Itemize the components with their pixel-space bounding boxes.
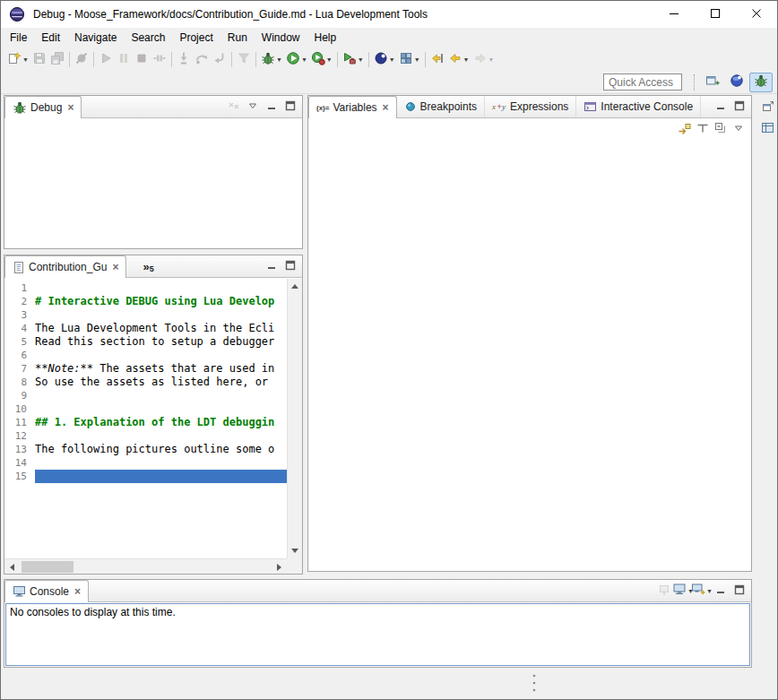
menu-navigate[interactable]: Navigate [67, 29, 124, 47]
editor-line-10[interactable]: 10 [4, 402, 287, 416]
scroll-up-button[interactable] [287, 279, 302, 294]
minimize-icon [715, 584, 726, 598]
pin-console-icon [657, 583, 671, 600]
variables-view-menu-button[interactable] [730, 120, 748, 138]
debug-view-maximize-button[interactable] [281, 98, 299, 116]
menu-window[interactable]: Window [255, 29, 307, 47]
console-view-toolbar: ▼ ▼ [655, 580, 751, 601]
tab-interactive-console[interactable]: Interactive Console [576, 96, 701, 117]
external-tools-button[interactable]: ▼ [341, 49, 366, 69]
lua-wizard-icon [374, 51, 388, 68]
perspective-separator [694, 74, 695, 91]
lua-wizard-button[interactable]: ▼ [372, 49, 397, 69]
show-type-names-button[interactable] [694, 120, 712, 138]
tab-breakpoints[interactable]: Breakpoints [397, 96, 485, 117]
run-button[interactable]: ▼ [284, 49, 309, 69]
editor-line-7[interactable]: 7**Note:** The assets that are used in [4, 362, 287, 376]
outline-view-button[interactable] [760, 121, 776, 137]
editor-minimize-button[interactable] [263, 257, 281, 275]
tab-variables[interactable]: (x)= Variables × [308, 96, 397, 118]
editor-line-5[interactable]: 5Read this section to setup a debugger [4, 335, 287, 349]
scroll-down-button[interactable] [287, 543, 302, 558]
window-maximize-button[interactable] [695, 1, 736, 28]
line-text [35, 349, 287, 362]
svg-text:x: x [492, 102, 496, 111]
editor-line-14[interactable]: 14 [4, 456, 287, 470]
last-edit-location-button[interactable] [428, 49, 446, 69]
tab-expressions[interactable]: x+y Expressions [485, 96, 576, 117]
editor-line-4[interactable]: 4The Lua Development Tools in the Ecli [4, 322, 287, 335]
close-tab-icon[interactable]: × [67, 102, 73, 113]
scroll-right-button[interactable] [272, 559, 287, 575]
lua-grid-button[interactable]: ▼ [397, 49, 422, 69]
console-maximize-button[interactable] [730, 582, 748, 600]
close-tab-icon[interactable]: × [74, 586, 81, 597]
tab-label: Debug [30, 101, 62, 114]
line-text: ## 1. Explanation of the LDT debuggin [35, 416, 287, 429]
open-console-icon [691, 583, 705, 599]
window-minimize-button[interactable] [653, 1, 695, 28]
dropdown-arrow-icon: ▼ [488, 56, 495, 63]
console-body[interactable]: No consoles to display at this time. [5, 603, 750, 666]
show-logical-structures-button[interactable] [676, 120, 694, 138]
editor-line-13[interactable]: 13The following pictures outline some o [4, 443, 287, 456]
view-menu-icon [247, 100, 258, 114]
editor-maximize-button[interactable] [281, 257, 299, 275]
collapse-all-button[interactable] [712, 120, 730, 138]
window-close-button[interactable] [736, 1, 777, 28]
editor-line-15[interactable]: 15 [4, 470, 287, 483]
tab-console[interactable]: Console × [4, 580, 89, 602]
debug-perspective-button[interactable] [749, 73, 773, 92]
console-message: No consoles to display at this time. [10, 606, 176, 618]
editor-horizontal-scrollbar[interactable] [4, 558, 287, 574]
run-last-tool-button[interactable]: ▼ [309, 49, 334, 69]
debug-button[interactable]: ▼ [259, 49, 284, 69]
editor-line-1[interactable]: 1 [4, 281, 287, 295]
editor-line-6[interactable]: 6 [4, 349, 287, 362]
toolbar-separator [69, 52, 70, 67]
menu-search[interactable]: Search [124, 29, 172, 47]
editor-line-3[interactable]: 3 [4, 308, 287, 322]
close-tab-icon[interactable]: × [383, 102, 389, 113]
editor-text-area[interactable]: 12# Interactive DEBUG using Lua Develop3… [4, 279, 287, 558]
toolbar-separator [255, 52, 256, 67]
close-tab-icon[interactable]: × [112, 262, 118, 272]
new-wizard-button[interactable]: ▼ [5, 49, 30, 69]
editor-line-8[interactable]: 8So use the assets as listed here, or [4, 376, 287, 389]
open-perspective-button[interactable] [701, 73, 724, 92]
display-selected-console-button[interactable]: ▼ [674, 582, 692, 600]
console-minimize-button[interactable] [712, 582, 730, 600]
back-button[interactable]: ▼ [446, 49, 471, 69]
editor-vertical-scrollbar[interactable] [287, 279, 302, 558]
debug-view-menu-button[interactable] [244, 98, 262, 116]
scrollbar-thumb[interactable] [22, 561, 73, 573]
menu-project[interactable]: Project [172, 29, 220, 47]
menu-run[interactable]: Run [220, 29, 255, 47]
remove-all-terminated-button [225, 98, 243, 116]
open-perspective-icon [705, 73, 720, 91]
debug-view-minimize-button[interactable] [263, 98, 281, 116]
editor-line-11[interactable]: 11## 1. Explanation of the LDT debuggin [4, 416, 287, 429]
maximize-icon [285, 260, 296, 273]
tab-overflow-chevron[interactable]: » 5 [143, 255, 153, 277]
editor-line-9[interactable]: 9 [4, 389, 287, 402]
tab-contribution-guide[interactable]: Contribution_Gu × [4, 255, 126, 278]
editor-line-12[interactable]: 12 [4, 429, 287, 443]
splitter-handle[interactable] [532, 672, 537, 696]
quick-access-input[interactable] [603, 73, 682, 91]
open-console-button[interactable]: ▼ [693, 582, 711, 600]
variables-maximize-button[interactable] [730, 98, 748, 116]
variables-minimize-button[interactable] [712, 98, 730, 116]
tab-debug[interactable]: Debug × [4, 96, 82, 118]
menu-file[interactable]: File [3, 29, 34, 47]
scroll-left-button[interactable] [4, 559, 20, 575]
menu-edit[interactable]: Edit [34, 29, 67, 47]
menu-help[interactable]: Help [307, 29, 344, 47]
lua-perspective-button[interactable] [725, 73, 748, 92]
debug-icon [261, 51, 275, 68]
new-wizard-icon [7, 51, 22, 68]
forward-button: ▼ [471, 49, 497, 69]
line-number: 4 [4, 322, 35, 335]
restore-view-button[interactable] [760, 99, 776, 116]
editor-line-2[interactable]: 2# Interactive DEBUG using Lua Develop [4, 295, 287, 308]
